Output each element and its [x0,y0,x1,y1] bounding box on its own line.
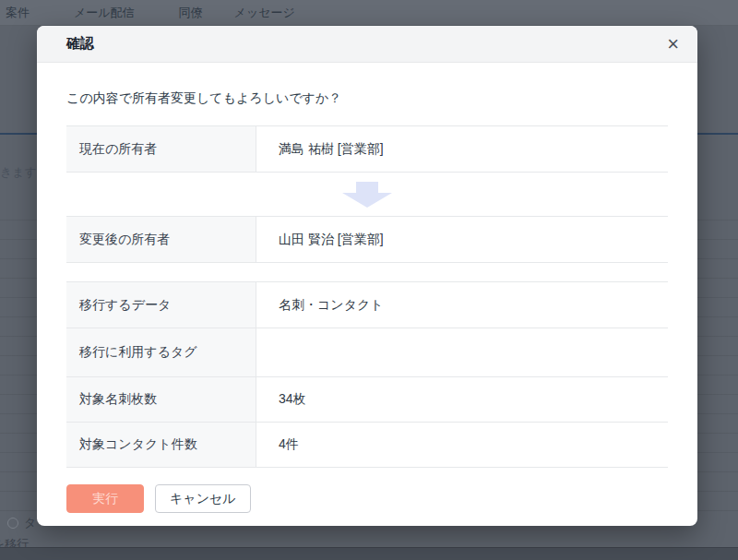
row-label: 対象名刺枚数 [66,377,256,422]
execute-button[interactable]: 実行 [66,484,144,513]
arrow-down-icon [342,182,392,208]
dialog-header: 確認 × [37,26,697,63]
nav-item-label: 同僚 [179,5,203,21]
radio-label: タ [24,515,36,531]
row-value: 34枚 [256,377,668,422]
nav-item-deals[interactable]: 案件 [6,5,42,21]
nav-item-label: メール配信 [74,5,135,21]
background-nav-bar: 案件 メール配信 同僚 メッセージ [0,0,738,26]
nav-item-messages[interactable]: メッセージ [234,5,295,21]
row-value: 山田 賢治 [営業部] [256,217,668,262]
background-partial-text: きます。 [0,164,37,181]
row-label: 現在の所有者 [66,126,256,172]
table-row: 対象名刺枚数 34枚 [66,376,668,422]
row-label: 対象コンタクト件数 [66,423,256,467]
table-row: 対象コンタクト件数 4件 [66,422,668,467]
row-value: 満島 祐樹 [営業部] [256,126,668,172]
table-row: 現在の所有者 満島 祐樹 [営業部] [66,126,668,172]
table-row: 移行するデータ 名刺・コンタクト [66,282,668,328]
transfer-details-table: 移行するデータ 名刺・コンタクト 移行に利用するタグ 対象名刺枚数 34枚 対象… [66,281,668,468]
row-label: 変更後の所有者 [66,217,256,262]
nav-item-colleagues[interactable]: 同僚 [179,5,203,21]
radio-icon [7,518,18,529]
background-radio-option[interactable]: タ [7,515,36,531]
background-footer-band [0,547,738,560]
table-row: 変更後の所有者 山田 賢治 [営業部] [66,217,668,262]
cancel-button[interactable]: キャンセル [155,484,251,513]
dialog-title: 確認 [66,35,94,53]
row-label: 移行するデータ [66,282,256,328]
transfer-direction [66,173,668,216]
dialog-actions: 実行 キャンセル [66,484,668,513]
table-row: 移行に利用するタグ [66,328,668,376]
confirmation-question: この内容で所有者変更してもよろしいですか？ [66,90,668,107]
nav-item-label: 案件 [6,5,30,21]
current-owner-table: 現在の所有者 満島 祐樹 [営業部] [66,125,668,173]
new-owner-table: 変更後の所有者 山田 賢治 [営業部] [66,216,668,263]
nav-item-mail-delivery[interactable]: メール配信 [74,5,148,21]
row-value [256,328,668,376]
close-icon[interactable]: × [667,34,679,54]
confirmation-dialog: 確認 × この内容で所有者変更してもよろしいですか？ 現在の所有者 満島 祐樹 … [37,26,697,526]
nav-item-label: メッセージ [234,5,295,21]
dialog-body: この内容で所有者変更してもよろしいですか？ 現在の所有者 満島 祐樹 [営業部]… [37,63,697,513]
row-value: 名刺・コンタクト [256,282,668,328]
row-value: 4件 [256,423,668,467]
row-label: 移行に利用するタグ [66,328,256,376]
